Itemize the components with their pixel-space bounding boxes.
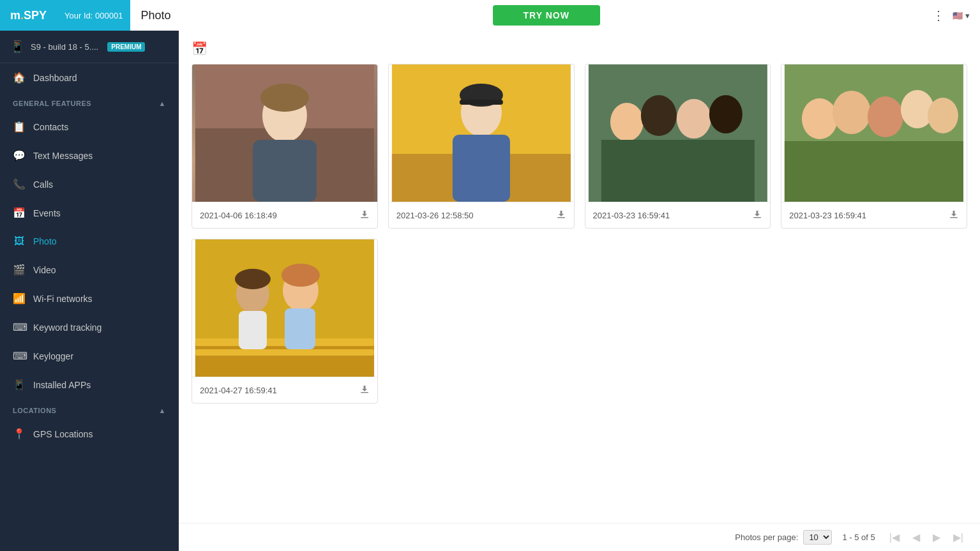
prev-page-button[interactable]: ◀ (908, 530, 924, 545)
sidebar-item-dashboard[interactable]: 🏠 Dashboard (0, 63, 179, 92)
per-page-select[interactable]: 10 25 50 (803, 530, 832, 545)
first-page-button[interactable]: |◀ (886, 530, 903, 545)
photo-timestamp-1: 2021-04-06 16:18:49 (200, 211, 277, 220)
locations-label: LOCATIONS (13, 407, 56, 414)
photo-icon: 🖼 (13, 236, 26, 247)
sidebar-label-events: Events (33, 208, 61, 218)
photo-card-3: 2021-03-23 16:59:41 (585, 64, 771, 229)
photo-timestamp-3: 2021-03-23 16:59:41 (593, 211, 670, 220)
sidebar: 📱 S9 - build 18 - 5.... PREMIUM 🏠 Dashbo… (0, 31, 179, 551)
svg-point-24 (833, 91, 871, 134)
photo-meta-4: 2021-03-23 16:59:41 (781, 202, 967, 228)
svg-rect-5 (253, 140, 317, 202)
sidebar-item-video[interactable]: 🎬 Video (0, 255, 179, 284)
download-button-5[interactable] (359, 384, 370, 396)
device-icon: 📱 (10, 40, 24, 54)
download-button-4[interactable] (949, 209, 959, 222)
sidebar-label-calls: Calls (33, 179, 53, 190)
svg-rect-13 (557, 217, 565, 218)
calendar-icon[interactable]: 📅 (192, 42, 207, 56)
per-page-label: Photos per page: (735, 532, 798, 542)
next-page-button[interactable]: ▶ (929, 530, 944, 545)
photo-timestamp-2: 2021-03-26 12:58:50 (396, 211, 474, 220)
content-area: 📅 (179, 31, 980, 551)
photo-card-2: 2021-03-26 12:58:50 (388, 64, 575, 229)
general-features-label: GENERAL FEATURES (13, 100, 91, 107)
svg-point-35 (235, 269, 271, 289)
language-selector[interactable]: 🇺🇸 ▾ (953, 11, 970, 20)
photo-image-5 (192, 239, 377, 377)
photo-image-1 (192, 64, 377, 202)
svg-rect-28 (950, 217, 958, 218)
sidebar-label-contacts: Contacts (33, 122, 68, 132)
more-options-icon[interactable]: ⋮ (932, 8, 945, 23)
contacts-icon: 📋 (13, 121, 26, 133)
photo-meta-2: 2021-03-26 12:58:50 (389, 202, 574, 228)
photo-image-3 (585, 64, 771, 202)
download-button-3[interactable] (752, 209, 762, 222)
photo-grid-row1: 2021-04-06 16:18:49 (192, 64, 967, 229)
try-now-button[interactable]: TRY NOW (493, 5, 600, 26)
gps-icon: 📍 (13, 428, 26, 440)
topbar: m.SPY Your Id: 000001 Photo TRY NOW ⋮ 🇺🇸… (0, 0, 980, 31)
calendar-filter[interactable]: 📅 (192, 41, 967, 56)
messages-icon: 💬 (13, 149, 26, 162)
sidebar-label-gps: GPS Locations (33, 429, 93, 439)
svg-rect-22 (785, 141, 963, 202)
sidebar-item-keylogger[interactable]: ⌨ Keylogger (0, 342, 179, 370)
general-features-header[interactable]: GENERAL FEATURES ▲ (0, 92, 179, 112)
sidebar-item-photo[interactable]: 🖼 Photo (0, 227, 179, 255)
svg-point-16 (640, 95, 676, 136)
svg-point-15 (610, 103, 643, 141)
photo-timestamp-5: 2021-04-27 16:59:41 (200, 386, 277, 395)
sidebar-label-text-messages: Text Messages (33, 151, 93, 161)
sidebar-label-dashboard: Dashboard (33, 73, 77, 83)
photo-timestamp-4: 2021-03-23 16:59:41 (789, 211, 866, 220)
sidebar-label-wifi: Wi-Fi networks (33, 294, 93, 304)
svg-rect-12 (453, 135, 510, 202)
sidebar-item-wifi[interactable]: 📶 Wi-Fi networks (0, 284, 179, 313)
svg-point-27 (928, 98, 958, 133)
svg-rect-6 (361, 217, 368, 218)
locations-header[interactable]: LOCATIONS ▲ (0, 399, 179, 419)
flag-icon: 🇺🇸 (953, 11, 963, 20)
page-range: 1 - 5 of 5 (842, 532, 875, 542)
topbar-right: ⋮ 🇺🇸 ▾ (922, 0, 980, 31)
sidebar-item-calls[interactable]: 📞 Calls (0, 170, 179, 199)
sidebar-item-text-messages[interactable]: 💬 Text Messages (0, 141, 179, 170)
sidebar-item-gps[interactable]: 📍 GPS Locations (0, 419, 179, 448)
download-button-1[interactable] (359, 209, 370, 222)
events-icon: 📅 (13, 207, 26, 219)
device-name: S9 - build 18 - 5.... (31, 42, 98, 52)
locations-collapse-icon: ▲ (159, 407, 166, 414)
apps-icon: 📱 (13, 379, 26, 391)
sidebar-item-events[interactable]: 📅 Events (0, 199, 179, 227)
svg-point-18 (709, 95, 742, 133)
content-inner: 📅 (179, 31, 980, 523)
sidebar-item-contacts[interactable]: 📋 Contacts (0, 112, 179, 141)
sidebar-label-keylogger: Keylogger (33, 351, 73, 361)
sidebar-item-keyword[interactable]: ⌨ Keyword tracking (0, 313, 179, 342)
calls-icon: 📞 (13, 178, 26, 190)
svg-rect-32 (195, 349, 374, 356)
svg-point-25 (868, 96, 903, 137)
app-logo: m.SPY (0, 9, 57, 22)
sidebar-label-photo: Photo (33, 236, 57, 246)
svg-point-23 (802, 98, 838, 139)
sidebar-label-installed-apps: Installed APPs (33, 380, 91, 390)
photo-grid-row2: 2021-04-27 16:59:41 (192, 239, 967, 404)
device-row: 📱 S9 - build 18 - 5.... PREMIUM (0, 31, 179, 63)
svg-rect-19 (601, 140, 754, 202)
svg-rect-11 (460, 100, 503, 105)
general-collapse-icon: ▲ (159, 100, 166, 107)
svg-point-36 (282, 264, 320, 287)
main-layout: 📱 S9 - build 18 - 5.... PREMIUM 🏠 Dashbo… (0, 31, 980, 551)
download-button-2[interactable] (556, 209, 566, 222)
svg-point-4 (260, 84, 309, 112)
svg-rect-30 (195, 342, 374, 377)
wifi-icon: 📶 (13, 292, 26, 305)
photo-meta-5: 2021-04-27 16:59:41 (192, 377, 377, 403)
sidebar-item-installed-apps[interactable]: 📱 Installed APPs (0, 370, 179, 399)
svg-point-17 (676, 99, 711, 139)
last-page-button[interactable]: ▶| (949, 530, 967, 545)
